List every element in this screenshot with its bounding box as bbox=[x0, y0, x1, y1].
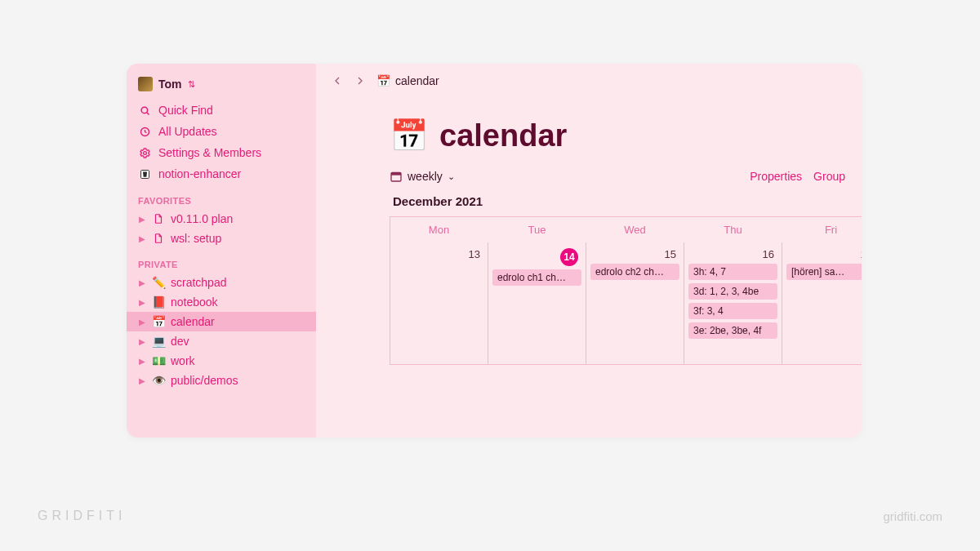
settings-button[interactable]: Settings & Members bbox=[127, 142, 316, 163]
updown-icon: ⇅ bbox=[188, 80, 195, 89]
quick-find-button[interactable]: Quick Find bbox=[127, 100, 316, 121]
calendar-day-header: Mon bbox=[390, 217, 488, 242]
notion-enhancer-button[interactable]: notion-enhancer bbox=[127, 163, 316, 184]
sidebar-item-favorite[interactable]: ▶v0.11.0 plan bbox=[127, 209, 316, 229]
watermark-url: gridfiti.com bbox=[883, 509, 942, 523]
calendar-day-header: Thu bbox=[684, 217, 782, 242]
page-header: 📅 calendar bbox=[316, 93, 862, 165]
expand-icon[interactable]: ▶ bbox=[138, 215, 146, 224]
breadcrumb[interactable]: 📅 calendar bbox=[376, 74, 439, 87]
sidebar-item-label: dev bbox=[171, 335, 189, 348]
sidebar-item-private[interactable]: ▶💻dev bbox=[127, 331, 316, 351]
calendar-day-cell[interactable]: 17[hören] sa… bbox=[782, 242, 862, 365]
sidebar-item-label: public/demos bbox=[171, 374, 238, 387]
workspace-name: Tom bbox=[158, 78, 182, 91]
sidebar-item-favorite[interactable]: ▶wsl: setup bbox=[127, 229, 316, 248]
page-emoji-icon: ✏️ bbox=[151, 276, 166, 289]
day-number: 13 bbox=[394, 247, 483, 264]
sidebar: Tom ⇅ Quick Find All Updates Settings & … bbox=[127, 64, 316, 438]
calendar-event[interactable]: edrolo ch2 ch… bbox=[590, 264, 679, 280]
page-emoji-icon: 👁️ bbox=[151, 374, 166, 387]
sidebar-item-label: wsl: setup bbox=[171, 232, 221, 245]
day-number: 15 bbox=[590, 247, 679, 264]
calendar-event[interactable]: [hören] sa… bbox=[786, 264, 862, 280]
favorites-header: FAVORITES bbox=[127, 184, 316, 209]
all-updates-label: All Updates bbox=[158, 125, 217, 138]
calendar-day-header: Tue bbox=[488, 217, 586, 242]
day-number: 17 bbox=[786, 247, 862, 264]
expand-icon[interactable]: ▶ bbox=[138, 337, 146, 346]
calendar-event[interactable]: edrolo ch1 ch… bbox=[492, 269, 581, 286]
expand-icon[interactable]: ▶ bbox=[138, 376, 146, 385]
sidebar-item-label: notebook bbox=[171, 295, 218, 309]
expand-icon[interactable]: ▶ bbox=[138, 234, 146, 243]
expand-icon[interactable]: ▶ bbox=[138, 298, 146, 307]
expand-icon[interactable]: ▶ bbox=[138, 357, 146, 366]
sidebar-item-private[interactable]: ▶📅calendar bbox=[127, 312, 316, 331]
sidebar-item-label: scratchpad bbox=[171, 276, 226, 289]
calendar-day-header: Fri bbox=[782, 217, 862, 242]
gear-icon bbox=[138, 147, 151, 159]
page-icon[interactable]: 📅 bbox=[390, 118, 428, 153]
page-icon bbox=[151, 213, 166, 224]
view-toolbar: weekly ⌄ Properties Group bbox=[316, 170, 862, 183]
svg-rect-6 bbox=[391, 172, 401, 175]
properties-button[interactable]: Properties bbox=[750, 170, 802, 183]
page-emoji-icon: 📕 bbox=[151, 295, 166, 309]
calendar-grid: MonTueWedThuFri1314edrolo ch1 ch…15edrol… bbox=[390, 216, 862, 365]
calendar-event[interactable]: 3h: 4, 7 bbox=[688, 264, 777, 280]
breadcrumb-title: calendar bbox=[395, 74, 439, 87]
expand-icon[interactable]: ▶ bbox=[138, 278, 146, 287]
forward-button[interactable] bbox=[354, 73, 368, 88]
topbar: 📅 calendar bbox=[316, 64, 862, 93]
page-title[interactable]: calendar bbox=[439, 118, 567, 153]
month-label: December 2021 bbox=[390, 194, 862, 216]
view-actions: Properties Group bbox=[750, 170, 845, 183]
quick-find-label: Quick Find bbox=[158, 104, 213, 117]
back-button[interactable] bbox=[331, 73, 345, 88]
sidebar-item-label: calendar bbox=[171, 315, 215, 328]
calendar-day-cell[interactable]: 13 bbox=[390, 242, 488, 365]
sidebar-item-private[interactable]: ▶💵work bbox=[127, 351, 316, 371]
calendar-event[interactable]: 3f: 3, 4 bbox=[688, 303, 777, 319]
private-header: PRIVATE bbox=[127, 248, 316, 273]
calendar-event[interactable]: 3e: 2be, 3be, 4f bbox=[688, 322, 777, 339]
private-list: ▶✏️scratchpad▶📕notebook▶📅calendar▶💻dev▶💵… bbox=[127, 273, 316, 390]
sidebar-item-private[interactable]: ▶👁️public/demos bbox=[127, 371, 316, 390]
chevron-down-icon: ⌄ bbox=[448, 171, 455, 182]
sidebar-item-private[interactable]: ▶📕notebook bbox=[127, 292, 316, 312]
settings-label: Settings & Members bbox=[158, 146, 261, 159]
calendar-day-cell[interactable]: 14edrolo ch1 ch… bbox=[488, 242, 586, 365]
calendar-day-cell[interactable]: 15edrolo ch2 ch… bbox=[586, 242, 684, 365]
view-picker[interactable]: weekly ⌄ bbox=[390, 170, 455, 183]
enhancer-label: notion-enhancer bbox=[158, 167, 241, 180]
favorites-list: ▶v0.11.0 plan▶wsl: setup bbox=[127, 209, 316, 248]
page-emoji-icon: 💵 bbox=[151, 354, 166, 367]
page-emoji-icon: 💻 bbox=[151, 335, 166, 348]
sidebar-item-label: v0.11.0 plan bbox=[171, 212, 233, 225]
workspace-avatar bbox=[138, 77, 153, 91]
calendar-day-cell[interactable]: 163h: 4, 73d: 1, 2, 3, 4be3f: 3, 43e: 2b… bbox=[684, 242, 782, 365]
svg-point-0 bbox=[141, 107, 148, 113]
app-window: Tom ⇅ Quick Find All Updates Settings & … bbox=[127, 64, 862, 438]
day-number: 16 bbox=[688, 247, 777, 264]
all-updates-button[interactable]: All Updates bbox=[127, 121, 316, 142]
sidebar-item-private[interactable]: ▶✏️scratchpad bbox=[127, 273, 316, 292]
enhancer-icon bbox=[138, 168, 151, 180]
svg-point-3 bbox=[143, 151, 146, 154]
watermark-brand: GRIDFITI bbox=[38, 509, 126, 523]
expand-icon[interactable]: ▶ bbox=[138, 318, 146, 327]
day-number: 14 bbox=[492, 247, 581, 269]
clock-icon bbox=[138, 126, 151, 138]
calendar-event[interactable]: 3d: 1, 2, 3, 4be bbox=[688, 283, 777, 300]
calendar-view: December 2021 MonTueWedThuFri1314edrolo … bbox=[316, 183, 862, 365]
main-content: 📅 calendar 📅 calendar weekly ⌄ Propertie… bbox=[316, 64, 862, 438]
group-button[interactable]: Group bbox=[813, 170, 845, 183]
svg-line-1 bbox=[146, 112, 149, 114]
search-icon bbox=[138, 104, 151, 117]
page-emoji-icon: 📅 bbox=[151, 315, 166, 328]
calendar-grid-icon bbox=[390, 170, 403, 183]
view-name: weekly bbox=[408, 170, 443, 183]
workspace-switcher[interactable]: Tom ⇅ bbox=[127, 72, 316, 100]
calendar-icon: 📅 bbox=[376, 74, 390, 87]
